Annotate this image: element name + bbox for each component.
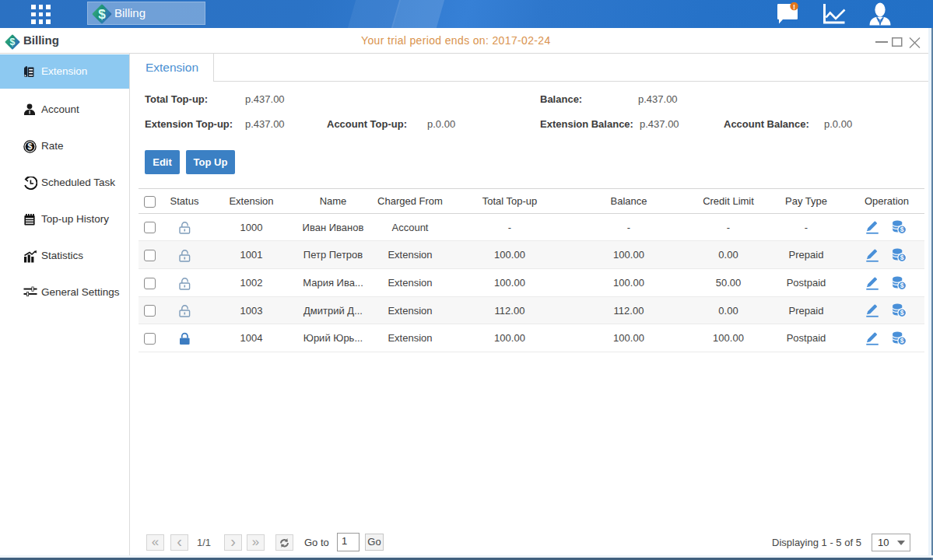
svg-text:$: $ <box>98 7 106 22</box>
svg-text:$: $ <box>10 37 16 47</box>
svg-text:!: ! <box>793 3 795 11</box>
svg-text:$: $ <box>28 142 33 151</box>
